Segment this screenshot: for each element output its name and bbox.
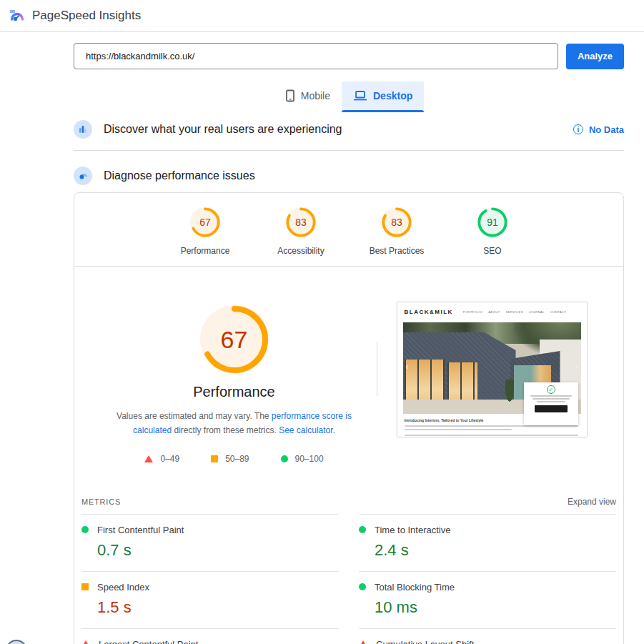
legend-range: 0–49 [160,454,179,464]
performance-gauge: 67 [197,302,272,377]
score-label: Performance [181,246,230,256]
device-tabs: Mobile Desktop [74,81,624,110]
disclaimer-text: directly from these metrics. [172,425,279,435]
tab-desktop-label: Desktop [373,90,412,101]
metric-largest-contentful-paint: Largest Contentful Paint 2.9 s [81,628,339,644]
metric-value: 10 ms [375,598,616,617]
pagespeed-logo-icon [9,7,26,24]
metric-value: 0.7 s [97,541,339,560]
legend-average: 50–89 [211,454,249,464]
field-data-title: Discover what your real users are experi… [104,123,342,136]
good-circle-icon [81,526,89,533]
site-headline: Introducing Interiors, Tailored to Your … [405,418,484,422]
performance-gauge-label: Performance [193,384,275,400]
site-nav: PORTFOLIO ABOUT SERVICES JOURNAL CONTACT [463,310,567,314]
metric-name: Speed Index [97,582,149,593]
score-best-practices[interactable]: 83 Best Practices [366,206,427,256]
url-input[interactable] [74,43,558,69]
site-nav-item: CONTACT [550,310,567,314]
field-data-section: Discover what your real users are experi… [74,120,624,151]
metric-name: Time to Interactive [375,525,450,535]
lab-data-section: Diagnose performance issues [74,167,624,185]
score-value: 91 [476,206,509,239]
info-icon: i [573,124,583,134]
site-header: BLACK&MILK PORTFOLIO ABOUT SERVICES JOUR… [397,302,587,321]
good-circle-icon [281,455,288,462]
performance-score-value: 67 [197,302,272,377]
legend-range: 50–89 [225,454,249,464]
legend-good: 90–100 [281,454,324,464]
feedback-button[interactable] [6,640,27,644]
diagnose-gauge-icon [74,167,92,185]
fail-triangle-icon [144,455,153,462]
cookie-banner: ✓ [524,382,578,425]
score-seo[interactable]: 91 SEO [462,206,523,256]
good-circle-icon [359,526,366,533]
disclaimer-text: Values are estimated and may vary. The [117,411,272,421]
search-row: Analyze [74,43,624,69]
site-logo: BLACK&MILK [405,309,453,315]
legend-range: 90–100 [295,454,324,464]
metric-name: First Contentful Paint [97,525,184,535]
tab-mobile-label: Mobile [301,90,330,101]
site-nav-item: JOURNAL [529,310,545,314]
mobile-phone-icon [285,89,295,102]
score-value: 83 [284,206,317,239]
score-legend: 0–49 50–89 90–100 [144,454,323,464]
site-nav-item: PORTFOLIO [463,310,483,314]
fail-triangle-icon [359,640,367,644]
score-performance[interactable]: 67 Performance [174,206,236,256]
app-title: PageSpeed Insights [32,9,141,23]
metrics-heading: METRICS [81,497,121,506]
screenshot-panel: BLACK&MILK PORTFOLIO ABOUT SERVICES JOUR… [377,267,606,464]
real-users-icon [74,120,92,139]
score-label: Accessibility [277,246,324,256]
see-calculator-link[interactable]: See calculator. [279,425,335,435]
metrics-grid: First Contentful Paint 0.7 s Time to Int… [74,514,623,644]
performance-summary: 67 Performance Values are estimated and … [74,267,623,464]
no-data-link[interactable]: i No Data [573,124,624,135]
expand-view-button[interactable]: Expand view [568,497,616,507]
analyze-button[interactable]: Analyze [566,44,624,69]
score-label: SEO [483,246,501,256]
site-screenshot: BLACK&MILK PORTFOLIO ABOUT SERVICES JOUR… [397,302,588,437]
score-label: Best Practices [370,246,425,256]
metric-time-to-interactive: Time to Interactive 2.4 s [359,514,616,571]
category-scores: 67 Performance 83 Accessibility [74,193,623,266]
report-card: 67 Performance 83 Accessibility [74,192,624,644]
average-square-icon [81,583,89,590]
score-accessibility[interactable]: 83 Accessibility [270,206,332,256]
app-header: PageSpeed Insights [0,0,644,32]
tab-desktop[interactable]: Desktop [342,81,424,110]
cookie-accept-button [535,405,568,412]
score-value: 67 [189,206,222,239]
average-square-icon [211,455,218,462]
performance-gauge-block: 67 Performance Values are estimated and … [91,267,377,464]
site-nav-item: SERVICES [506,310,523,314]
metric-name: Total Blocking Time [375,582,455,593]
metric-value: 2.4 s [375,541,616,560]
metric-total-blocking-time: Total Blocking Time 10 ms [359,571,616,628]
legend-fail: 0–49 [144,454,179,464]
metric-speed-index: Speed Index 1.5 s [81,571,339,628]
fail-triangle-icon [81,640,90,644]
lab-data-title: Diagnose performance issues [104,169,255,182]
metric-name: Cumulative Layout Shift [376,639,474,644]
metric-name: Largest Contentful Paint [99,639,198,644]
score-value: 83 [380,206,413,239]
good-circle-icon [359,583,366,590]
site-nav-item: ABOUT [488,310,500,314]
metric-cumulative-layout-shift: Cumulative Layout Shift 0.626 [359,628,616,644]
score-disclaimer: Values are estimated and may vary. The p… [109,410,360,438]
tab-mobile[interactable]: Mobile [274,81,342,110]
metric-first-contentful-paint: First Contentful Paint 0.7 s [81,514,339,571]
desktop-laptop-icon [353,90,367,101]
carousel-next-icon: › [575,362,578,371]
metric-value: 1.5 s [97,598,339,617]
metrics-header: METRICS Expand view [74,497,623,514]
no-data-label: No Data [589,124,624,135]
carousel-prev-icon: ‹ [406,362,409,371]
check-icon: ✓ [547,385,555,394]
